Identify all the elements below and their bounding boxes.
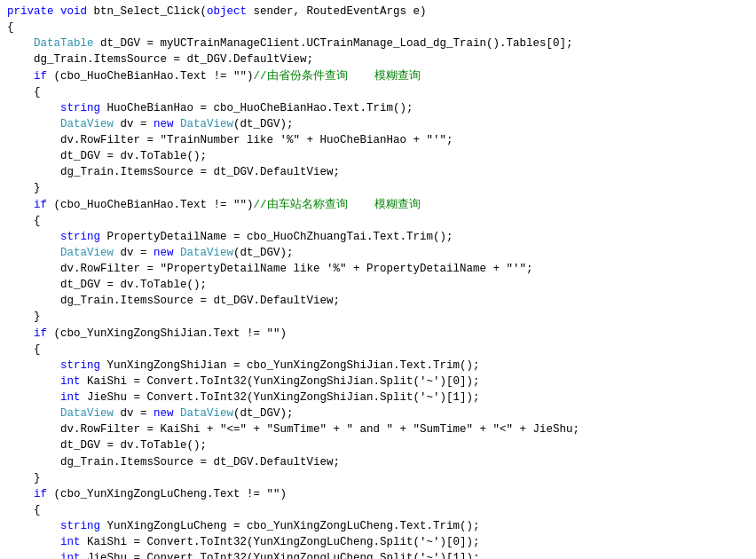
code-line: int KaiShi = Convert.ToInt32(YunXingZong… (7, 534, 749, 550)
code-line: } (7, 470, 749, 486)
code-line: DataView dv = new DataView(dt_DGV); (7, 245, 749, 261)
code-line: } (7, 180, 749, 196)
code-line: if (cbo_HuoCheBianHao.Text != "")//由省份条件… (7, 68, 749, 84)
code-line: dg_Train.ItemsSource = dt_DGV.DefaultVie… (7, 293, 749, 309)
code-line: string HuoCheBianHao = cbo_HuoCheBianHao… (7, 100, 749, 116)
code-line: if (cbo_YunXingZongShiJian.Text != "") (7, 326, 749, 342)
code-line: } (7, 309, 749, 325)
code-line: int KaiShi = Convert.ToInt32(YunXingZong… (7, 374, 749, 390)
code-line: dv.RowFilter = KaiShi + "<=" + "SumTime"… (7, 421, 749, 437)
code-line: dg_Train.ItemsSource = dt_DGV.DefaultVie… (7, 454, 749, 470)
code-line: dv.RowFilter = "PropertyDetailName like … (7, 261, 749, 277)
code-content: private void btn_Select_Click(object sen… (7, 4, 749, 559)
code-line: dg_Train.ItemsSource = dt_DGV.DefaultVie… (7, 51, 749, 67)
code-line: int JieShu = Convert.ToInt32(YunXingZong… (7, 550, 749, 559)
code-line: DataView dv = new DataView(dt_DGV); (7, 405, 749, 421)
code-line: if (cbo_YunXingZongLuCheng.Text != "") (7, 486, 749, 502)
code-line: string YunXingZongLuCheng = cbo_YunXingZ… (7, 518, 749, 534)
code-line: dt_DGV = dv.ToTable(); (7, 277, 749, 293)
code-line: string PropertyDetailName = cbo_HuoChZhu… (7, 229, 749, 245)
code-line: { (7, 84, 749, 100)
code-line: DataTable dt_DGV = myUCTrainManageClient… (7, 35, 749, 51)
code-line: dg_Train.ItemsSource = dt_DGV.DefaultVie… (7, 164, 749, 180)
code-line: { (7, 502, 749, 518)
code-line: dv.RowFilter = "TrainNumber like '%" + H… (7, 132, 749, 148)
code-line: DataView dv = new DataView(dt_DGV); (7, 116, 749, 132)
code-line: { (7, 20, 749, 35)
code-line: private void btn_Select_Click(object sen… (7, 4, 749, 20)
code-line: if (cbo_HuoCheBianHao.Text != "")//由车站名称… (7, 197, 749, 213)
code-line: dt_DGV = dv.ToTable(); (7, 148, 749, 164)
code-line: { (7, 342, 749, 358)
code-editor: private void btn_Select_Click(object sen… (0, 0, 756, 559)
code-line: string YunXingZongShiJian = cbo_YunXingZ… (7, 358, 749, 374)
code-line: dt_DGV = dv.ToTable(); (7, 437, 749, 453)
code-line: { (7, 213, 749, 229)
code-line: int JieShu = Convert.ToInt32(YunXingZong… (7, 390, 749, 405)
